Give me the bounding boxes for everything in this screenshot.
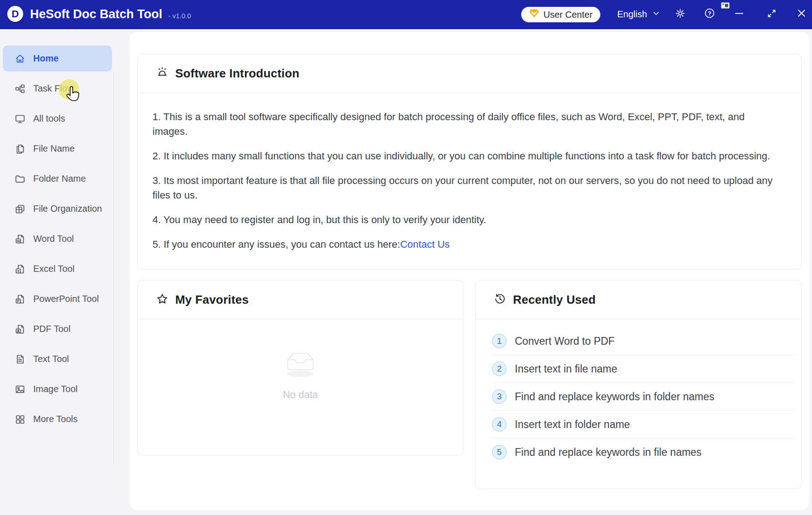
gem-icon [529, 9, 539, 20]
app-version: - v1.0.0 [168, 12, 191, 20]
sidebar-item-label: More Tools [33, 414, 77, 424]
word-icon: w [15, 234, 25, 245]
sidebar-item-label: Excel Tool [33, 264, 75, 274]
sidebar-item-label: PDF Tool [33, 324, 71, 334]
monitor-icon [15, 113, 25, 124]
sidebar-item-task-flow[interactable]: Task Flow [3, 76, 112, 102]
logo-letter: D [12, 8, 19, 20]
folder-icon [15, 173, 25, 184]
empty-tray-icon [279, 345, 321, 382]
close-button[interactable] [794, 0, 809, 28]
recent-item-label: Find and replace keywords in file names [515, 446, 701, 459]
sidebar: HomeTask FlowAll toolsFile NameFolder Na… [0, 29, 114, 515]
sidebar-item-label: Home [33, 53, 59, 64]
intro-paragraph-2: 2. It includes many small functions that… [152, 149, 776, 163]
sidebar-item-label: PowerPoint Tool [33, 294, 99, 304]
svg-text:x: x [17, 268, 20, 273]
sidebar-item-text-tool[interactable]: Text Tool [3, 346, 112, 372]
recent-item-number: 1 [492, 334, 507, 348]
main-content-panel: Software Introduction 1. This is a small… [130, 32, 809, 510]
sidebar-item-image-tool[interactable]: Image Tool [3, 376, 112, 402]
recently-used-card: Recently Used 1Convert Word to PDF2Inser… [475, 280, 802, 489]
sidebar-item-label: Word Tool [33, 234, 74, 244]
expand-icon [766, 8, 777, 20]
home-icon [15, 53, 25, 64]
svg-text:w: w [16, 238, 20, 243]
recent-item-3[interactable]: 3Find and replace keywords in folder nam… [492, 383, 794, 411]
recent-item-number: 5 [492, 445, 507, 459]
recent-item-label: Convert Word to PDF [515, 335, 614, 347]
maximize-button[interactable] [764, 0, 779, 28]
sidebar-item-label: Image Tool [33, 384, 77, 394]
image-icon [15, 384, 25, 395]
recent-item-label: Insert text in file name [515, 363, 617, 375]
recent-item-1[interactable]: 1Convert Word to PDF [492, 327, 794, 355]
recent-item-5[interactable]: 5Find and replace keywords in file names [492, 439, 794, 466]
recent-item-label: Insert text in folder name [515, 418, 630, 431]
help-icon: ? [704, 7, 716, 21]
organize-icon [15, 204, 25, 214]
hand-cursor-icon [64, 85, 80, 105]
star-icon [156, 293, 168, 307]
sidebar-item-powerpoint-tool[interactable]: PPowerPoint Tool [3, 286, 112, 312]
contact-us-link[interactable]: Contact Us [400, 239, 450, 250]
intro-paragraph-5: 5. If you encounter any issues, you can … [152, 237, 776, 252]
sidebar-item-more-tools[interactable]: More Tools [3, 406, 112, 432]
recent-item-2[interactable]: 2Insert text in file name [492, 355, 794, 383]
sidebar-item-folder-name[interactable]: Folder Name [3, 166, 112, 192]
recent-item-label: Find and replace keywords in folder name… [515, 391, 715, 403]
user-center-label: User Center [543, 10, 593, 20]
sidebar-item-home[interactable]: Home [3, 46, 112, 71]
recently-used-title: Recently Used [513, 293, 596, 307]
sidebar-item-word-tool[interactable]: wWord Tool [3, 226, 112, 252]
svg-text:P: P [17, 298, 20, 303]
pdf-icon [15, 324, 25, 335]
history-clock-icon [494, 293, 506, 307]
my-favorites-card: My Favorites No data [137, 280, 463, 455]
software-introduction-card: Software Introduction 1. This is a small… [137, 54, 802, 270]
ppt-icon: P [15, 294, 25, 305]
siren-icon [156, 66, 168, 81]
user-center-button[interactable]: User Center [521, 7, 600, 22]
gear-icon [675, 8, 686, 21]
help-button[interactable]: ? [702, 0, 717, 28]
language-selector[interactable]: English [617, 0, 660, 28]
settings-button[interactable] [673, 0, 687, 28]
svg-text:?: ? [708, 10, 711, 17]
sidebar-item-label: Text Tool [33, 354, 69, 364]
text-icon [15, 354, 25, 365]
intro-paragraph-1: 1. This is a small tool software specifi… [152, 110, 776, 139]
file-icon [15, 143, 25, 154]
excel-icon: x [15, 264, 25, 275]
minimize-icon [734, 8, 745, 20]
my-favorites-header: My Favorites [138, 280, 463, 320]
recently-used-header: Recently Used [476, 280, 801, 320]
sidebar-item-pdf-tool[interactable]: PDF Tool [3, 316, 112, 342]
recently-used-list: 1Convert Word to PDF2Insert text in file… [476, 320, 801, 466]
app-title: HeSoft Doc Batch Tool - v1.0.0 [30, 0, 191, 28]
sidebar-item-label: File Organization [33, 204, 102, 214]
close-icon [796, 8, 807, 20]
recent-item-number: 2 [492, 362, 507, 376]
recent-item-number: 4 [492, 417, 507, 432]
sidebar-item-file-organization[interactable]: File Organization [3, 196, 112, 222]
favorites-empty-state: No data [138, 320, 463, 401]
app-logo: D [7, 6, 23, 22]
minimize-button[interactable] [731, 0, 747, 28]
recent-item-4[interactable]: 4Insert text in folder name [492, 411, 794, 439]
ime-indicator-icon [721, 2, 730, 10]
sidebar-divider [113, 71, 114, 464]
software-introduction-header: Software Introduction [138, 54, 801, 93]
software-introduction-body: 1. This is a small tool software specifi… [138, 93, 801, 252]
more-icon [15, 414, 25, 425]
my-favorites-title: My Favorites [175, 293, 249, 307]
sidebar-item-excel-tool[interactable]: xExcel Tool [3, 256, 112, 282]
intro-paragraph-4: 4. You may need to register and log in, … [152, 213, 776, 227]
chevron-down-icon [652, 9, 660, 20]
sidebar-item-file-name[interactable]: File Name [3, 136, 112, 162]
titlebar: D HeSoft Doc Batch Tool - v1.0.0 User Ce… [0, 0, 812, 29]
sidebar-item-all-tools[interactable]: All tools [3, 106, 112, 132]
favorites-empty-text: No data [283, 389, 318, 401]
taskflow-icon [15, 83, 25, 94]
recent-item-number: 3 [492, 389, 507, 404]
